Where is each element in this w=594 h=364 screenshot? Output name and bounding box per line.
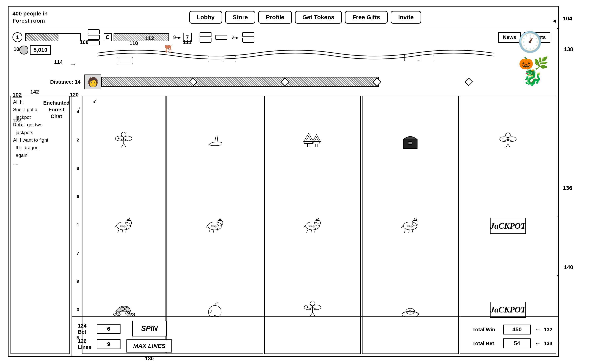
reel5-jackpot-2: JaCKPOT <box>490 302 526 318</box>
svg-rect-45 <box>307 143 310 147</box>
totals-area: Total Win 450 ← 132 Total Bet 54 ← 134 <box>472 324 552 348</box>
ref-label-128: 128 <box>127 311 135 318</box>
race-progress-bar <box>101 77 379 87</box>
total-win-label: Total Win <box>472 327 500 333</box>
free-gifts-button[interactable]: Free Gifts <box>345 11 388 24</box>
nav-buttons: Lobby Store Profile Get Tokens Free Gift… <box>56 11 554 24</box>
svg-point-6 <box>121 132 126 137</box>
svg-text:✦: ✦ <box>306 306 309 309</box>
arrow-132: ← <box>535 326 541 333</box>
svg-line-39 <box>217 228 218 232</box>
lines-row: 126 Lines 9 <box>78 338 121 350</box>
ref-label-134: 134 <box>544 340 552 347</box>
room-info: 400 people in Forest room <box>13 10 52 25</box>
svg-point-66 <box>312 305 321 310</box>
arrow-134: ← <box>535 340 541 347</box>
c-token-area: C <box>104 33 169 41</box>
svg-line-19 <box>115 225 117 228</box>
svg-marker-34 <box>218 219 220 221</box>
reel-3: ✦ <box>264 96 361 354</box>
svg-point-23 <box>120 225 123 227</box>
svg-marker-72 <box>414 219 415 221</box>
reel3-symbol-trees <box>302 132 324 149</box>
top-nav-bar: 400 people in Forest room Lobby Store Pr… <box>8 7 558 28</box>
reel3-symbol-wolf <box>302 216 324 234</box>
lines-input[interactable]: 9 <box>97 339 121 349</box>
gold-bar-1 <box>88 29 100 34</box>
item-stack-1 <box>88 29 100 45</box>
svg-line-87 <box>506 144 508 148</box>
get-tokens-button[interactable]: Get Tokens <box>295 11 342 24</box>
bet-label: Bet <box>78 329 94 335</box>
svg-line-21 <box>122 230 123 233</box>
reel1-symbol-wolf <box>113 216 135 234</box>
svg-line-38 <box>213 230 214 233</box>
svg-rect-48 <box>315 144 318 147</box>
xp-bar <box>25 33 81 41</box>
item-stack-5 <box>242 32 254 43</box>
svg-marker-18 <box>129 219 130 221</box>
svg-point-26 <box>118 312 120 314</box>
svg-line-22 <box>126 228 127 232</box>
clock-tower: 🕐 <box>518 30 542 54</box>
reel-num-4: 4 <box>77 109 79 114</box>
gold-bar-5 <box>200 38 211 43</box>
svg-line-20 <box>118 230 119 233</box>
svg-line-55 <box>311 230 311 233</box>
reel4-symbol-chest <box>399 132 421 149</box>
max-lines-button[interactable]: MAX LINES <box>127 339 172 352</box>
svg-marker-51 <box>316 219 318 221</box>
reel4-symbol-nest <box>399 300 421 318</box>
invite-button[interactable]: Invite <box>391 11 421 24</box>
svg-marker-47 <box>313 137 320 144</box>
profile-button[interactable]: Profile <box>258 11 292 24</box>
ref-label-140: 140 <box>564 264 573 270</box>
chat-message-1: Al: hi Sue: I got a jackpot Rob: I got t… <box>13 98 67 167</box>
svg-point-41 <box>215 226 217 227</box>
svg-line-64 <box>313 312 315 316</box>
svg-point-29 <box>114 313 116 316</box>
svg-line-54 <box>307 230 308 233</box>
svg-marker-52 <box>318 219 319 221</box>
total-win-value: 450 <box>503 324 531 335</box>
item-stack-2 <box>200 32 211 43</box>
reel4-symbol-wolf <box>399 216 421 234</box>
reel-2 <box>167 96 263 354</box>
reel-num-9: 9 <box>77 279 79 284</box>
ref-label-124: 124 <box>78 323 86 329</box>
svg-point-24 <box>123 226 126 227</box>
reel2-symbol-apple <box>204 300 226 318</box>
svg-rect-5 <box>418 55 434 61</box>
reel2-symbol-wolf <box>204 216 226 234</box>
store-button[interactable]: Store <box>225 11 256 24</box>
player-progress: 🧑 <box>84 74 379 89</box>
ref-label-104: 104 <box>563 15 572 22</box>
gold-bar-6 <box>216 35 227 40</box>
lobby-button[interactable]: Lobby <box>189 11 222 24</box>
item-stack-3 <box>216 35 227 40</box>
reel-num-8: 8 <box>77 166 79 171</box>
wave-track-svg: 🦌 <box>76 45 515 71</box>
svg-line-74 <box>401 225 403 228</box>
level-number: 1 <box>16 34 19 40</box>
spin-button[interactable]: SPIN <box>132 321 167 337</box>
coin-display: 5,010 <box>20 45 51 55</box>
ref-label-112: 112 <box>145 35 154 41</box>
ref-label-126: 126 <box>78 338 86 344</box>
reel2-symbol-shoe <box>204 132 226 149</box>
svg-line-11 <box>124 143 126 148</box>
item-stack-4: 🗝 <box>231 33 238 41</box>
svg-point-58 <box>312 226 315 227</box>
svg-point-13 <box>123 136 132 141</box>
bet-input[interactable]: 6 <box>97 324 121 334</box>
c-token-bar <box>114 33 169 41</box>
total-bet-label: Total Bet <box>472 340 500 347</box>
key-icon-2: 🗝 <box>231 33 238 41</box>
ref-label-136: 136 <box>563 185 572 191</box>
news-button[interactable]: News <box>498 32 521 43</box>
ref-label-132: 132 <box>544 327 552 333</box>
reel-num-1: 1 <box>77 222 79 228</box>
gold-bar-7 <box>242 32 254 37</box>
ref-label-111: 111 <box>183 39 191 45</box>
ref-label-138: 138 <box>564 46 573 53</box>
